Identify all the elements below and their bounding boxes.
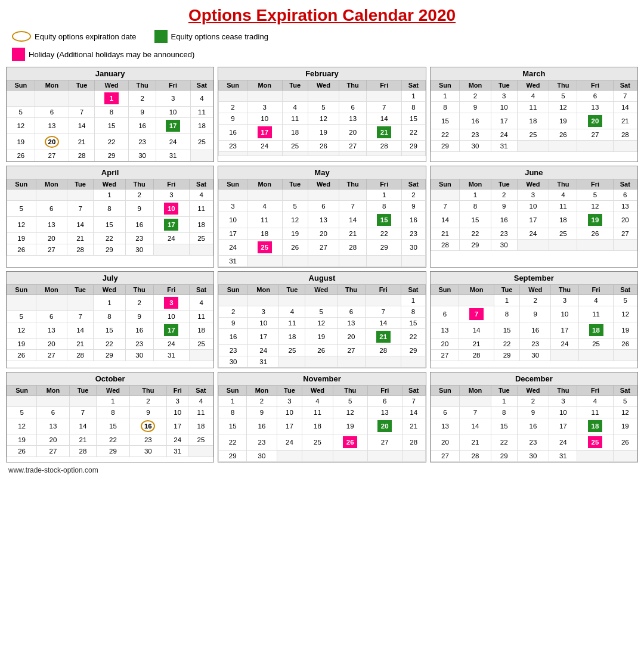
calendar-day-cell: 1 [401,295,425,306]
calendar-day-cell: 2 [520,295,551,306]
day-green: 17 [164,219,178,231]
month-header-october: October [7,372,213,385]
calendar-day-cell [517,240,549,251]
calendar-day-cell [367,152,402,156]
weekday-header-tue: Tue [279,285,305,295]
calendar-day-cell: 22 [94,134,129,150]
calendar-day-cell: 29 [431,141,460,152]
calendar-day-cell: 14 [69,118,94,134]
calendar-day-cell: 21 [459,339,494,350]
calendar-day-cell: 3 [277,396,302,407]
legend-green-item: Equity options cease trading [154,30,268,43]
calendar-day-cell [549,240,577,251]
weekday-header-fri: Fri [167,386,188,396]
calendar-february: FebruarySunMonTueWedThuFriSat12345678910… [218,67,426,162]
calendar-day-cell: 28 [69,446,97,457]
calendar-day-cell: 25 [189,233,213,244]
cal-table-september: SunMonTueWedThuFriSat1234567891011121314… [431,284,637,361]
month-header-june: June [431,166,637,179]
weekday-header-sat: Sat [614,285,637,295]
calendar-day-cell [305,295,338,306]
calendar-day-cell: 13 [613,201,637,212]
cal-table-february: SunMonTueWedThuFriSat1234567891011121314… [218,80,425,156]
calendar-day-cell: 18 [189,217,213,233]
calendar-day-cell: 16 [247,418,277,434]
calendar-day-cell: 28 [460,451,491,462]
calendar-day-cell: 2 [219,102,247,113]
weekday-header-wed: Wed [94,285,126,295]
calendar-day-cell [577,451,613,462]
calendar-day-cell [247,256,282,267]
cal-table-june: SunMonTueWedThuFriSat1234567891011121314… [431,179,637,251]
calendar-november: NovemberSunMonTueWedThuFriSat12345678910… [218,372,426,462]
calendar-day-cell: 10 [219,212,247,228]
green-icon [154,30,168,43]
calendar-day-cell: 18 [189,322,213,339]
calendar-day-cell [69,91,94,107]
calendar-day-cell [219,91,247,102]
calendar-day-cell [367,256,402,267]
calendar-day-cell [69,396,97,407]
calendar-day-cell [247,295,279,306]
calendar-day-cell: 7 [460,407,491,418]
calendar-day-cell: 2 [125,190,153,201]
calendar-day-cell: 27 [339,141,367,152]
calendar-day-cell: 27 [367,434,402,451]
calendar-day-cell: 15 [401,318,425,329]
calendar-day-cell: 16 [517,418,549,434]
calendar-day-cell: 3 [517,190,549,201]
calendar-day-cell: 20 [339,125,367,141]
calendar-day-cell: 21 [69,434,97,446]
weekday-header-thu: Thu [549,80,577,91]
calendar-day-cell: 7 [67,311,94,322]
calendar-day-cell: 30 [129,446,166,457]
calendar-day-cell: 1 [402,91,426,102]
calendar-day-cell: 1 [367,190,402,201]
weekday-header-wed: Wed [302,386,333,396]
calendar-day-cell: 25 [190,134,213,150]
calendar-day-cell: 7 [339,201,367,212]
calendar-day-cell: 25 [247,240,282,256]
calendar-day-cell: 26 [7,150,35,162]
calendar-day-cell: 18 [247,228,282,240]
calendar-day-cell: 17 [517,212,549,228]
calendar-day-cell: 17 [277,418,302,434]
calendar-day-cell: 30 [125,350,153,361]
calendar-day-cell [277,451,302,462]
calendar-day-cell: 27 [36,244,67,256]
calendar-day-cell: 14 [339,212,367,228]
calendar-day-cell: 25 [577,434,613,451]
calendar-day-cell: 19 [308,125,339,141]
calendar-day-cell: 5 [7,311,36,322]
calendar-day-cell: 23 [247,434,277,451]
legend-oval-item: Equity options expiration date [12,31,137,42]
calendar-day-cell: 24 [153,339,189,350]
weekday-header-thu: Thu [549,386,577,396]
calendar-day-cell: 29 [460,240,491,251]
calendar-day-cell: 17 [219,228,247,240]
calendar-day-cell: 7 [613,91,637,102]
oval-label: Equity options expiration date [35,32,137,41]
calendar-day-cell: 28 [613,129,637,141]
weekday-header-sun: Sun [219,285,248,295]
calendar-day-cell: 3 [491,91,517,102]
weekday-header-wed: Wed [517,386,549,396]
calendar-day-cell: 10 [551,306,578,322]
calendar-day-cell: 18 [549,212,577,228]
calendar-day-cell: 20 [35,134,69,150]
weekday-header-wed: Wed [517,179,549,190]
calendar-day-cell [431,396,460,407]
calendar-day-cell [517,141,549,152]
calendar-day-cell: 26 [308,141,339,152]
weekday-header-mon: Mon [459,285,494,295]
calendar-day-cell: 26 [7,244,36,256]
calendar-day-cell: 5 [577,190,613,201]
calendar-day-cell: 1 [431,91,460,102]
calendar-august: AugustSunMonTueWedThuFriSat1234567891011… [218,271,426,368]
calendar-day-cell [401,356,425,368]
calendar-day-cell: 10 [167,407,188,418]
calendar-day-cell: 4 [577,396,613,407]
calendar-day-cell: 20 [36,339,67,350]
weekday-header-sat: Sat [190,80,213,91]
calendar-day-cell: 22 [219,434,247,451]
